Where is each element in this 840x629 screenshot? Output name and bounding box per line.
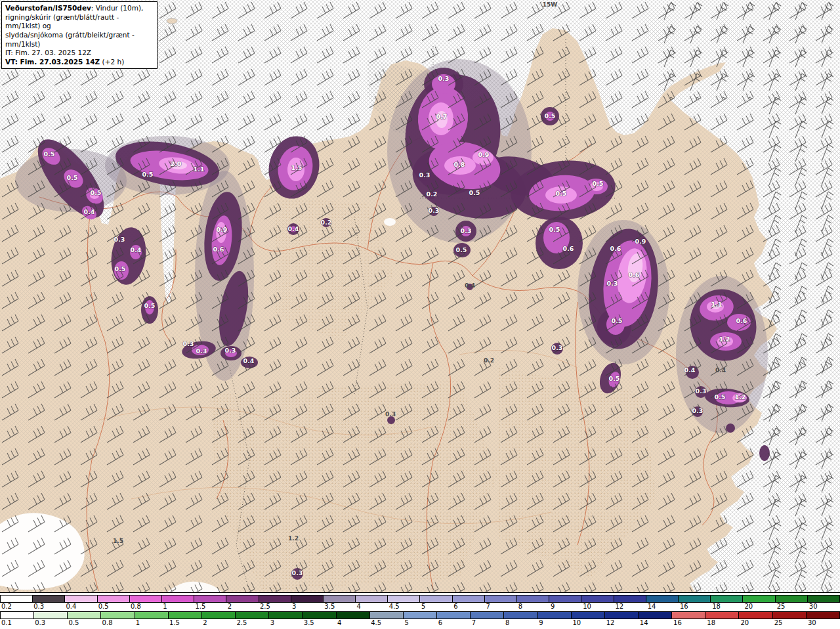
colorbar-tick-label: 6 xyxy=(452,603,484,611)
precip-value-label: 0.5 xyxy=(456,246,467,253)
precip-value-label: 0.5 xyxy=(67,174,78,181)
colorbar-cell xyxy=(291,596,323,602)
colorbar-cell xyxy=(678,596,710,602)
colorbar-tick-label: 30 xyxy=(807,619,840,628)
colorbar-cell xyxy=(452,596,484,602)
wind-barbs-layer xyxy=(0,0,840,592)
precip-value-label: 0.5 xyxy=(556,190,567,197)
colorbar-cell xyxy=(614,596,646,602)
colorbar-tick-label: 3.5 xyxy=(323,603,355,611)
precip-value-label: 0.5 xyxy=(609,375,620,382)
precip-value-label: 0.3 xyxy=(438,75,450,82)
precip-value-label: 0.6 xyxy=(213,246,224,253)
colorbar-cell xyxy=(336,612,369,618)
precip-value-label: 0.3 xyxy=(696,387,707,395)
precip-value-label: 1.1 xyxy=(194,165,205,173)
colorbar-tick-label: 0.4 xyxy=(64,603,96,611)
colorbar-tick-label: 20 xyxy=(739,619,772,628)
precip-value-label: 0.4 xyxy=(684,366,696,374)
colorbar-tick-label: 3 xyxy=(269,619,303,628)
colorbar-cell xyxy=(775,596,807,602)
colorbar-cell xyxy=(516,596,549,602)
colorbar-cell xyxy=(738,612,772,618)
colorbar-cell xyxy=(537,612,571,618)
colorbar-tick-label: 5 xyxy=(403,619,436,628)
colorbar-cell xyxy=(64,596,96,602)
precip-value-label: 0.8 xyxy=(454,161,465,168)
colorbar-tick-label: 5 xyxy=(420,603,452,611)
precip-value-label: 0.5 xyxy=(593,180,604,187)
colorbar-cell xyxy=(97,596,129,602)
colorbar-cell xyxy=(201,612,235,618)
colorbar-tick-label: 1 xyxy=(135,619,168,628)
precip-value-label: 0.9 xyxy=(217,226,228,233)
precip-value-label: 0.5 xyxy=(44,150,55,158)
colorbar-cell xyxy=(161,596,194,602)
legend-desc-snow: slydda/snjókoma (grátt/bleikt/grænt - mm… xyxy=(5,31,154,49)
precip-value-label: 0.6 xyxy=(610,245,621,252)
colorbar-tick-label: 0.8 xyxy=(129,603,161,611)
precip-value-label: 0.3 xyxy=(292,569,303,576)
colorbar-tick-label: 1 xyxy=(161,603,194,611)
weather-map-app: 15W0.50.50.50.40.52.01.11.50.30.70.50.90… xyxy=(0,0,840,629)
colorbar-tick-label: 9 xyxy=(537,619,571,628)
colorbar-cell xyxy=(403,612,436,618)
precip-value-label: 0.4 xyxy=(84,208,95,215)
colorbar-legend: 0.20.30.40.50.811.522.533.544.5567891012… xyxy=(0,592,840,629)
colorbar-cell xyxy=(436,612,470,618)
colorbar-tick-label: 14 xyxy=(646,603,679,611)
colorbar-cell xyxy=(259,596,291,602)
colorbar-tick-label: 4.5 xyxy=(388,603,420,611)
colorbar-cell xyxy=(302,612,335,618)
colorbar-rain xyxy=(0,611,840,619)
product-name: Veðurstofan/IS750dev xyxy=(5,4,91,12)
precip-value-label: 0.3 xyxy=(419,171,430,179)
precip-value-label: 1.1 xyxy=(711,301,723,308)
colorbar-tick-label: 1.5 xyxy=(194,603,226,611)
precip-value-label: 0.3 xyxy=(552,344,563,351)
colorbar-tick-label: 2 xyxy=(201,619,235,628)
colorbar-tick-label: 8 xyxy=(504,619,537,628)
colorbar-tick-label: 7 xyxy=(471,619,504,628)
precip-value-label: 0.7 xyxy=(436,113,448,120)
valid-time: VT: Fim. 27.03.2025 14Z (+2 h) xyxy=(5,58,154,67)
colorbar-tick-label: 14 xyxy=(639,619,672,628)
colorbar-cell xyxy=(168,612,201,618)
colorbar-cell xyxy=(549,596,581,602)
legend-desc-rain: rigning/skúrir (grænt/blátt/rautt - mm/1… xyxy=(5,13,154,31)
colorbar-cell xyxy=(604,612,638,618)
precip-value-label: 0.3 xyxy=(461,227,472,234)
colorbar-cell xyxy=(355,596,387,602)
colorbar-tick-label: 16 xyxy=(672,619,705,628)
colorbar-tick-label: 1.5 xyxy=(168,619,201,628)
colorbar-tick-label: 2.5 xyxy=(259,603,291,611)
map-canvas: 15W0.50.50.50.40.52.01.11.50.30.70.50.90… xyxy=(0,0,840,592)
colorbar-tick-label: 4 xyxy=(356,603,388,611)
precip-value-label: 0.3 xyxy=(196,347,207,355)
precip-value-label: 1.5 xyxy=(291,164,303,171)
colorbar-tick-label: 4 xyxy=(336,619,369,628)
precip-value-label: 0.5 xyxy=(469,189,480,196)
colorbar-cell xyxy=(638,612,671,618)
precip-value-label: 0.9 xyxy=(478,151,490,158)
precip-value-label: 0.5 xyxy=(612,317,623,324)
colorbar-cell xyxy=(0,612,33,618)
precip-value-label: 0.5 xyxy=(142,171,154,178)
precip-value-label: 0.6 xyxy=(563,245,574,252)
colorbar-sleet-snow xyxy=(0,595,840,603)
colorbar-cell xyxy=(419,596,452,602)
precip-value-label: 0.2 xyxy=(484,357,494,364)
colorbar-tick-label: 12 xyxy=(614,603,646,611)
colorbar-tick-label: 8 xyxy=(517,603,549,611)
product-title: Veðurstofan/IS750dev: Vindur (10m), xyxy=(5,4,154,13)
forecast-info-box: Veðurstofan/IS750dev: Vindur (10m), rign… xyxy=(1,1,158,69)
colorbar-tick-label: 0.8 xyxy=(101,619,135,628)
colorbar-cell xyxy=(33,612,67,618)
colorbar-cell xyxy=(323,596,355,602)
colorbar-cell xyxy=(571,612,604,618)
precip-value-label: 0.2 xyxy=(427,190,438,198)
precip-value-label: 0.3 xyxy=(225,347,236,354)
precip-value-label: 0.4 xyxy=(715,367,726,374)
precip-value-label: 1.5 xyxy=(113,538,123,544)
colorbar-rain-labels: 0.10.30.50.811.522.533.544.5567891012141… xyxy=(0,619,840,628)
